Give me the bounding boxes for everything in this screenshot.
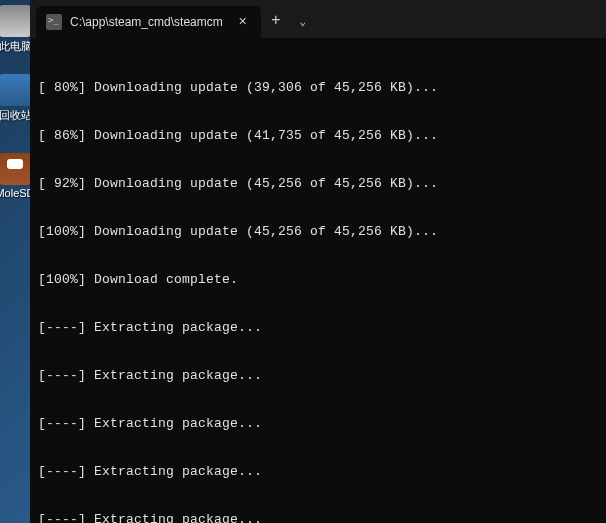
terminal-line: [----] Extracting package... (38, 320, 604, 336)
terminal-line: [ 86%] Downloading update (41,735 of 45,… (38, 128, 604, 144)
desktop-icon-moles[interactable]: MoleSD (0, 153, 30, 199)
new-tab-button[interactable]: + (261, 6, 291, 36)
terminal-window: C:\app\steam_cmd\steamcm × + ⌄ [ 80%] Do… (30, 0, 606, 523)
terminal-line: [----] Extracting package... (38, 464, 604, 480)
terminal-line: [----] Extracting package... (38, 368, 604, 384)
terminal-line: [100%] Download complete. (38, 272, 604, 288)
app-icon (0, 153, 30, 185)
terminal-line: [100%] Downloading update (45,256 of 45,… (38, 224, 604, 240)
terminal-tab[interactable]: C:\app\steam_cmd\steamcm × (36, 6, 261, 38)
desktop-icon-pc[interactable]: 此电脑 (0, 0, 30, 54)
recycle-bin-icon (0, 74, 30, 106)
terminal-line: [ 80%] Downloading update (39,306 of 45,… (38, 80, 604, 96)
desktop-icon-label: MoleSD (0, 187, 30, 199)
close-tab-button[interactable]: × (235, 14, 251, 30)
terminal-output[interactable]: [ 80%] Downloading update (39,306 of 45,… (30, 38, 606, 523)
tab-title: C:\app\steam_cmd\steamcm (70, 15, 223, 29)
terminal-line: [----] Extracting package... (38, 416, 604, 432)
terminal-line: [----] Extracting package... (38, 512, 604, 523)
window-titlebar: C:\app\steam_cmd\steamcm × + ⌄ (30, 0, 606, 38)
desktop-icon-label: 回收站 (0, 108, 30, 123)
desktop-icon-recycle[interactable]: 回收站 (0, 74, 30, 123)
tab-dropdown-button[interactable]: ⌄ (291, 6, 315, 36)
desktop-icon-label: 此电脑 (0, 39, 30, 54)
terminal-line: [ 92%] Downloading update (45,256 of 45,… (38, 176, 604, 192)
desktop-background-strip: 此电脑 回收站 MoleSD (0, 0, 30, 523)
pc-icon (0, 5, 30, 37)
terminal-icon (46, 14, 62, 30)
